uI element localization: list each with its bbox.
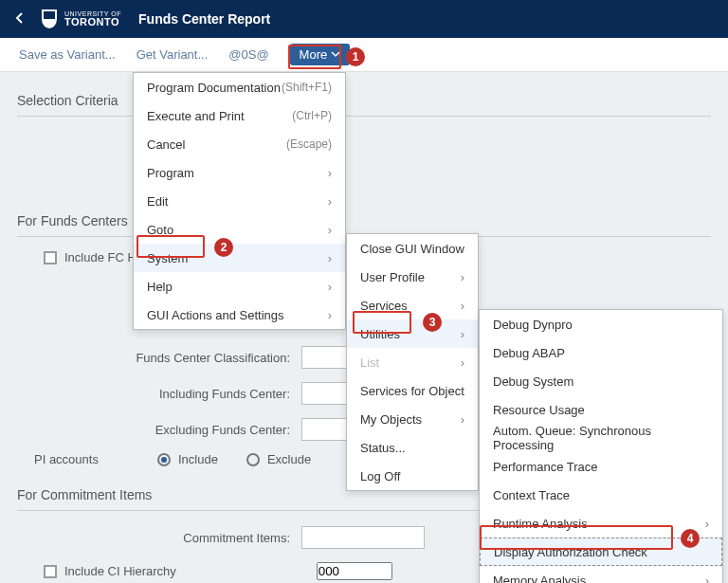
more-label: More — [300, 47, 328, 62]
include-ci-hier-checkbox[interactable] — [44, 565, 57, 578]
back-icon[interactable] — [13, 11, 27, 27]
menu-performance-trace[interactable]: Performance Trace — [480, 452, 722, 481]
ci-hier-input[interactable] — [317, 562, 392, 580]
more-button[interactable]: More — [290, 44, 351, 65]
menu-autom-queue[interactable]: Autom. Queue: Synchronous Processing — [480, 424, 722, 452]
menu-my-objects[interactable]: My Objects› — [347, 405, 478, 433]
menu-debug-abap[interactable]: Debug ABAP — [480, 338, 722, 367]
menu-cancel[interactable]: Cancel(Escape) — [134, 130, 345, 158]
chevron-right-icon: › — [328, 166, 332, 180]
menu-debug-system[interactable]: Debug System — [480, 367, 722, 395]
svg-rect-0 — [44, 11, 55, 19]
menu-goto[interactable]: Goto› — [134, 215, 345, 244]
chevron-down-icon — [331, 47, 340, 62]
chevron-right-icon: › — [705, 517, 709, 531]
menu-services[interactable]: Services› — [347, 291, 478, 319]
commitment-items-label: Commitment Items: — [17, 531, 301, 545]
chevron-right-icon: › — [328, 251, 332, 265]
menu-help[interactable]: Help› — [134, 272, 345, 301]
menu-memory-analysis[interactable]: Memory Analysis› — [480, 566, 722, 583]
chevron-right-icon: › — [328, 308, 332, 322]
menu-context-trace[interactable]: Context Trace — [480, 481, 722, 509]
chevron-right-icon: › — [461, 355, 464, 370]
exclude-radio[interactable] — [246, 453, 260, 466]
menu-resource-usage[interactable]: Resource Usage — [480, 395, 722, 424]
menu-close-gui-window[interactable]: Close GUI Window — [347, 234, 478, 263]
menu-utilities[interactable]: Utilities› — [347, 319, 478, 348]
badge-2: 2 — [214, 238, 233, 257]
menu-debug-dynpro[interactable]: Debug Dynpro — [480, 310, 722, 338]
fc-classification-label: Funds Center Classification: — [17, 351, 301, 365]
include-radio-label: Include — [178, 452, 218, 466]
app-header: UNIVERSITY OF TORONTO Funds Center Repor… — [0, 0, 728, 38]
badge-3: 3 — [423, 313, 442, 332]
include-ci-hier-label: Include CI Hierarchy — [64, 564, 176, 578]
logo-toronto: TORONTO — [64, 17, 121, 27]
chevron-right-icon: › — [461, 412, 464, 427]
page-title: Funds Center Report — [138, 11, 270, 27]
badge-1: 1 — [346, 47, 365, 66]
at-os-link[interactable]: @0S@ — [228, 47, 268, 62]
include-fc-hier-checkbox[interactable] — [44, 251, 57, 264]
menu-edit[interactable]: Edit› — [134, 187, 345, 215]
include-radio[interactable] — [157, 453, 171, 466]
shield-icon — [40, 8, 59, 30]
badge-4: 4 — [681, 529, 700, 548]
menu-system[interactable]: System› — [134, 244, 345, 272]
section-selection-criteria: Selection Criteria — [17, 85, 711, 117]
chevron-right-icon: › — [328, 280, 332, 294]
excluding-fc-label: Excluding Funds Center: — [17, 423, 301, 437]
chevron-right-icon: › — [328, 223, 332, 237]
including-fc-label: Including Funds Center: — [17, 387, 301, 401]
pi-accounts-label: PI accounts — [34, 452, 129, 466]
menu-list: List› — [347, 348, 478, 376]
chevron-right-icon: › — [461, 270, 464, 284]
get-variant-link[interactable]: Get Variant... — [136, 47, 209, 62]
system-submenu: Close GUI Window User Profile› Services›… — [346, 233, 479, 491]
menu-program-documentation[interactable]: Program Documentation(Shift+F1) — [134, 73, 345, 101]
menu-services-for-object[interactable]: Services for Object — [347, 376, 478, 405]
save-as-variant-link[interactable]: Save as Variant... — [19, 47, 116, 62]
chevron-right-icon: › — [705, 574, 709, 584]
menu-execute-and-print[interactable]: Execute and Print(Ctrl+P) — [134, 101, 345, 130]
more-menu: Program Documentation(Shift+F1) Execute … — [133, 72, 346, 330]
chevron-right-icon: › — [461, 299, 464, 313]
menu-gui-actions[interactable]: GUI Actions and Settings› — [134, 301, 345, 329]
menu-program[interactable]: Program› — [134, 158, 345, 187]
logo: UNIVERSITY OF TORONTO — [40, 8, 121, 30]
menu-status[interactable]: Status... — [347, 433, 478, 462]
exclude-radio-label: Exclude — [267, 452, 311, 466]
menu-log-off[interactable]: Log Off — [347, 462, 478, 490]
menu-user-profile[interactable]: User Profile› — [347, 263, 478, 291]
chevron-right-icon: › — [328, 194, 332, 209]
commitment-items-input[interactable] — [301, 526, 425, 549]
chevron-right-icon: › — [461, 327, 464, 341]
